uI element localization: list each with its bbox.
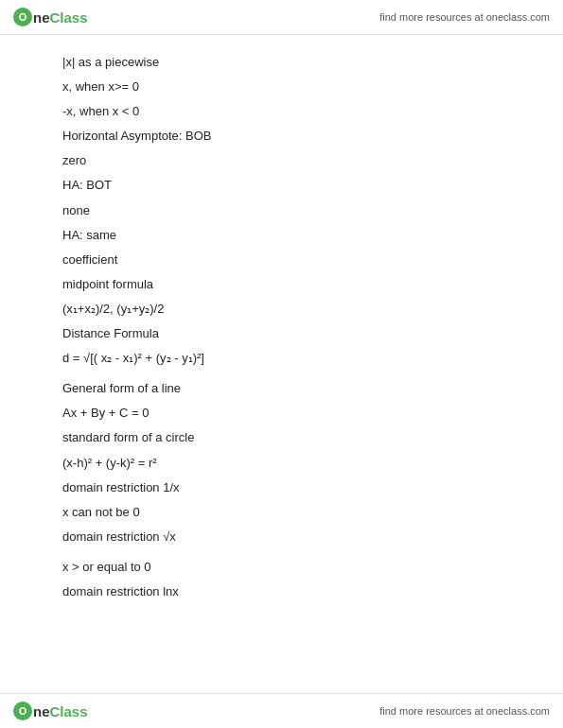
footer-logo-circle-icon: O	[13, 702, 32, 720]
footer-tagline: find more resources at oneclass.com	[379, 705, 550, 717]
domain-sqrtx-val: x > or equal to 0	[62, 557, 501, 578]
coefficient: coefficient	[62, 250, 501, 270]
header-tagline: find more resources at oneclass.com	[379, 11, 550, 23]
ha-bot: HA: BOT	[62, 175, 501, 196]
domain-1x-label: domain restriction 1/x	[62, 477, 501, 498]
domain-sqrtx-label: domain restriction √x	[62, 527, 501, 547]
ha-same: HA: same	[62, 225, 501, 246]
x-when-gte0: x, when x>= 0	[62, 77, 501, 97]
distance-formula-label: Distance Formula	[62, 323, 501, 344]
main-content: |x| as a piecewise x, when x>= 0 -x, whe…	[0, 35, 563, 623]
gen-form-line-val: Ax + By + C = 0	[62, 403, 501, 424]
std-form-circle-label: standard form of a circle	[62, 427, 501, 448]
midpoint-formula-label: midpoint formula	[62, 274, 501, 295]
midpoint-formula-val: (x₁+x₂)/2, (y₁+y₂)/2	[62, 299, 501, 320]
footer-logo: O neClass	[13, 702, 88, 720]
ha-bob: Horizontal Asymptote: BOB	[62, 126, 501, 147]
zero: zero	[62, 150, 501, 171]
domain-lnx-label: domain restriction lnx	[62, 581, 501, 602]
footer: O neClass find more resources at oneclas…	[0, 693, 563, 728]
abs-piecewise: |x| as a piecewise	[62, 52, 501, 73]
footer-logo-text: neClass	[33, 703, 88, 719]
gen-form-line-label: General form of a line	[62, 378, 501, 399]
std-form-circle-val: (x-h)² + (y-k)² = r²	[62, 453, 501, 474]
domain-1x-val: x can not be 0	[62, 502, 501, 523]
logo-circle-icon: O	[13, 8, 32, 26]
logo-text: neClass	[33, 9, 88, 26]
header-logo: O neClass	[13, 8, 88, 26]
none: none	[62, 200, 501, 221]
neg-x-when-lt0: -x, when x < 0	[62, 101, 501, 122]
header: O neClass find more resources at oneclas…	[0, 0, 563, 35]
distance-formula-val: d = √[( x₂ - x₁)² + (y₂ - y₁)²]	[62, 348, 501, 369]
